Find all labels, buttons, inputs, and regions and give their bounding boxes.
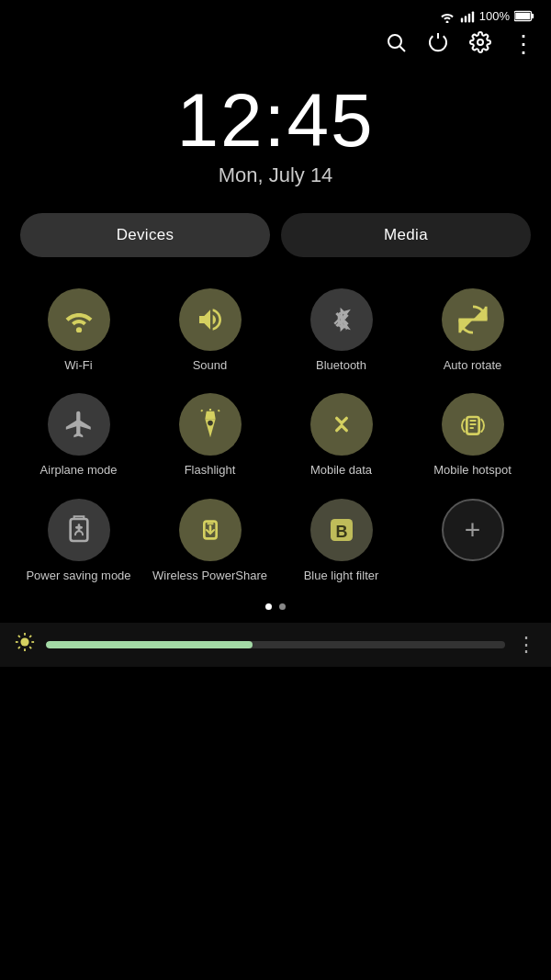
bluelight-tile-circle: B <box>310 499 373 561</box>
brightness-track[interactable] <box>46 641 505 648</box>
svg-line-14 <box>201 411 202 411</box>
bluelight-label: Blue light filter <box>304 569 379 583</box>
wireless-tile-circle <box>179 499 242 561</box>
flashlight-tile-circle <box>179 393 242 456</box>
airplane-icon <box>63 409 95 440</box>
wifi-label: Wi-Fi <box>64 358 92 373</box>
flashlight-tile[interactable]: Flashlight <box>144 384 276 483</box>
dot-2 <box>279 603 286 610</box>
clock-section: 12:45 Mon, July 14 <box>0 66 551 193</box>
mobiledata-tile-circle <box>310 393 373 456</box>
wireless-label: Wireless PowerShare <box>152 569 267 583</box>
svg-rect-4 <box>472 11 474 22</box>
clock-time: 12:45 <box>0 83 551 158</box>
brightness-bar-row[interactable]: ⋮ <box>0 623 551 667</box>
pagination-dots <box>0 603 551 610</box>
svg-rect-16 <box>467 417 478 434</box>
powersave-tile-circle <box>48 499 110 561</box>
dot-1 <box>265 603 272 610</box>
powersave-icon <box>64 515 94 545</box>
svg-line-29 <box>29 636 31 637</box>
powersave-tile[interactable]: Power saving mode <box>13 490 144 589</box>
svg-point-11 <box>75 327 81 332</box>
status-bar: 100% <box>0 0 551 27</box>
hotspot-tile-circle <box>442 393 504 456</box>
svg-rect-3 <box>468 13 470 22</box>
hotspot-label: Mobile hotspot <box>433 463 512 478</box>
tiles-grid: Wi-Fi Sound Bluetooth <box>0 270 551 594</box>
svg-point-0 <box>445 20 448 23</box>
bluetooth-tile-circle <box>310 288 373 351</box>
bluetooth-tile[interactable]: Bluetooth <box>276 279 407 378</box>
power-icon[interactable] <box>427 31 449 59</box>
svg-line-28 <box>18 647 20 648</box>
sound-tile[interactable]: Sound <box>144 279 276 378</box>
battery-icon <box>514 10 534 22</box>
svg-point-8 <box>388 35 401 48</box>
hotspot-icon <box>458 410 488 439</box>
airplane-tile[interactable]: Airplane mode <box>13 384 144 483</box>
autorotate-tile[interactable]: Auto rotate <box>407 279 538 378</box>
flashlight-icon <box>197 409 224 440</box>
tab-row: Devices Media <box>0 193 551 270</box>
mobiledata-label: Mobile data <box>310 463 372 478</box>
svg-line-15 <box>218 411 219 411</box>
powersave-label: Power saving mode <box>26 569 130 583</box>
add-tile[interactable]: + + <box>407 490 538 589</box>
top-actions: ⋮ <box>0 27 551 66</box>
wifi-tile[interactable]: Wi-Fi <box>13 279 144 378</box>
svg-line-9 <box>400 46 406 51</box>
wifi-status-icon <box>439 10 455 23</box>
airplane-label: Airplane mode <box>40 463 118 478</box>
flashlight-label: Flashlight <box>185 463 236 478</box>
devices-tab[interactable]: Devices <box>20 213 270 257</box>
bluetooth-icon2 <box>329 304 354 335</box>
search-icon[interactable] <box>385 31 407 59</box>
svg-text:B: B <box>335 522 347 540</box>
svg-line-26 <box>18 636 20 637</box>
plus-icon: + <box>465 516 481 544</box>
settings-icon[interactable] <box>469 31 491 59</box>
more-icon[interactable]: ⋮ <box>512 30 534 59</box>
wifi-icon <box>63 307 95 332</box>
add-label: + <box>469 569 477 583</box>
autorotate-label: Auto rotate <box>444 358 502 373</box>
autorotate-icon <box>457 304 489 335</box>
status-icons: 100% <box>439 9 534 23</box>
brightness-sun-icon <box>15 632 35 658</box>
svg-rect-1 <box>461 17 463 22</box>
brightness-more-icon[interactable]: ⋮ <box>516 633 536 657</box>
sound-icon <box>196 305 225 334</box>
signal-icon <box>460 10 475 23</box>
battery-text: 100% <box>479 9 510 23</box>
airplane-tile-circle <box>48 393 110 456</box>
svg-rect-2 <box>465 16 467 22</box>
svg-rect-7 <box>532 14 534 18</box>
sound-label: Sound <box>193 358 228 373</box>
media-tab[interactable]: Media <box>281 213 531 257</box>
brightness-fill <box>46 641 253 648</box>
wireless-tile[interactable]: Wireless PowerShare <box>144 490 276 589</box>
wireless-icon <box>196 515 225 545</box>
wifi-tile-circle <box>48 288 110 351</box>
mobiledata-icon <box>327 410 356 439</box>
svg-line-27 <box>29 647 31 648</box>
autorotate-tile-circle <box>442 288 504 351</box>
svg-point-10 <box>478 39 483 45</box>
sound-tile-circle <box>179 288 242 351</box>
clock-date: Mon, July 14 <box>0 163 551 187</box>
hotspot-tile[interactable]: Mobile hotspot <box>407 384 538 483</box>
bluelight-tile[interactable]: B Blue light filter <box>276 490 407 589</box>
mobiledata-tile[interactable]: Mobile data <box>276 384 407 483</box>
svg-rect-6 <box>515 13 530 20</box>
bluelight-icon: B <box>325 513 358 546</box>
svg-point-12 <box>208 421 213 426</box>
svg-point-21 <box>20 637 28 646</box>
bluetooth-label: Bluetooth <box>316 358 366 373</box>
add-tile-circle: + <box>442 499 504 561</box>
